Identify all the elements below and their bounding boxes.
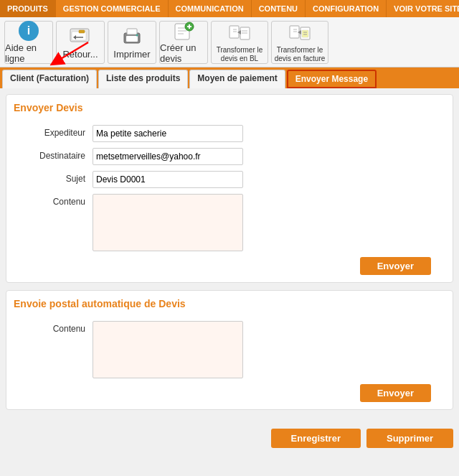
envoyer-devis-title: Envoyer Devis [14,102,445,116]
back-icon [69,24,92,47]
nav-contenu[interactable]: CONTENU [252,0,306,17]
postal-send-btn-row: Envoyer [14,384,445,402]
tab-moyen-paiement[interactable]: Moyen de paiement [189,70,285,88]
tab-envoyer-message[interactable]: Envoyer Message [287,70,377,88]
bottom-bar: Enregistrer Supprimer [0,423,459,454]
svg-rect-9 [127,29,137,34]
aide-en-ligne-button[interactable]: i Aide en ligne [4,21,53,64]
supprimer-button[interactable]: Supprimer [366,429,453,448]
transform-facture-button[interactable]: Transformer le devis en facture [271,21,328,64]
nav-produits[interactable]: PRODUITS [0,0,56,17]
nav-communication[interactable]: COMMUNICATION [169,0,252,17]
main-content: Envoyer Devis Expediteur Destinataire Su… [0,88,459,423]
expediteur-row: Expediteur [14,125,445,142]
send-btn-row: Envoyer [14,257,445,275]
retour-button[interactable]: Retour... [56,21,105,64]
destinataire-label: Destinataire [14,148,93,161]
svg-rect-8 [126,36,138,42]
destinataire-row: Destinataire [14,148,445,165]
transform-bl-icon [228,22,251,45]
tab-liste-produits[interactable]: Liste des produits [98,70,188,88]
tabs-bar: Client (Facturation) Liste des produits … [0,67,459,88]
create-icon [172,21,195,41]
print-icon [120,24,143,47]
svg-rect-30 [302,30,308,37]
creer-devis-button[interactable]: Créer un devis [159,21,208,64]
nav-gestion[interactable]: GESTION COMMERCIALE [56,0,169,17]
envoyer-postal-button[interactable]: Envoyer [360,384,431,402]
postal-contenu-label: Contenu [14,321,93,334]
info-icon: i [17,21,40,41]
transform-bl-button[interactable]: Transformer le devis en BL [211,21,268,64]
contenu-textarea[interactable] [93,194,243,251]
svg-rect-6 [79,30,85,33]
imprimer-button[interactable]: Imprimer [108,21,156,64]
envoyer-devis-section: Envoyer Devis Expediteur Destinataire Su… [6,94,453,283]
postal-section: Envoie postal automatique de Devis Conte… [6,290,453,410]
toolbar: i Aide en ligne Retour... [0,17,459,67]
sujet-input[interactable] [93,171,243,188]
contenu-row: Contenu [14,194,445,251]
sujet-row: Sujet [14,171,445,188]
postal-title: Envoie postal automatique de Devis [14,298,445,312]
postal-contenu-textarea[interactable] [93,321,243,378]
sujet-label: Sujet [14,171,93,184]
tab-client-facturation[interactable]: Client (Facturation) [2,70,97,88]
expediteur-label: Expediteur [14,125,93,138]
enregistrer-button[interactable]: Enregistrer [271,429,361,448]
postal-contenu-row: Contenu [14,321,445,378]
transform-fac-icon [288,22,311,45]
nav-voir-site[interactable]: VOIR VOTRE SITE IN [387,0,459,17]
expediteur-input[interactable] [93,125,243,142]
envoyer-devis-button[interactable]: Envoyer [360,257,431,275]
contenu-label: Contenu [14,194,93,207]
nav-configuration[interactable]: CONFIGURATION [306,0,387,17]
svg-point-10 [136,34,138,37]
destinataire-input[interactable] [93,148,243,165]
top-navigation: PRODUITS GESTION COMMERCIALE COMMUNICATI… [0,0,459,17]
